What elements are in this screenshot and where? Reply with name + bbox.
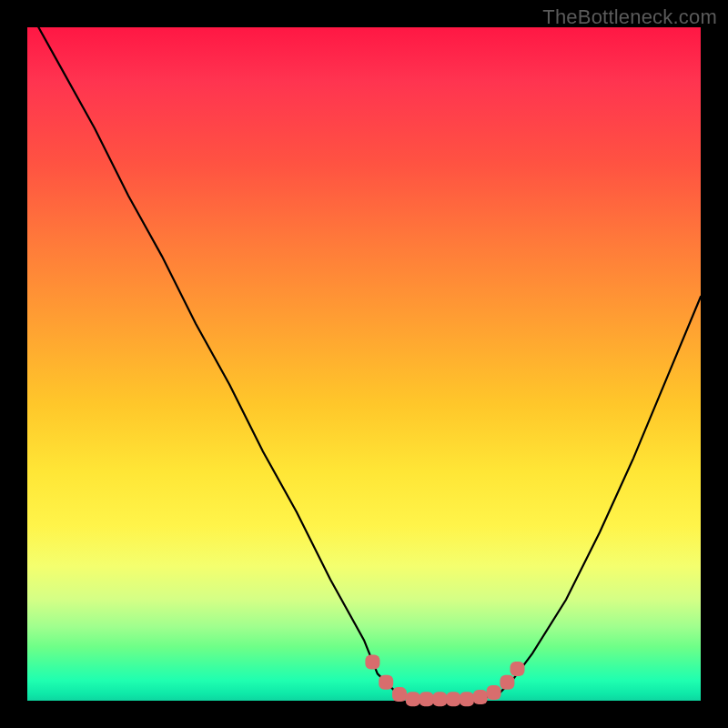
marker-point xyxy=(511,662,525,676)
marker-point xyxy=(365,655,379,670)
marker-point xyxy=(406,692,420,706)
marker-point xyxy=(460,692,474,706)
marker-point xyxy=(420,692,434,706)
marker-point xyxy=(432,692,447,706)
chart-container: TheBottleneck.com xyxy=(0,0,728,728)
marker-point xyxy=(487,685,501,700)
plot-area xyxy=(27,27,701,701)
watermark-text: TheBottleneck.com xyxy=(542,5,717,29)
series-line xyxy=(27,7,701,701)
marker-point xyxy=(500,675,514,690)
marker-point xyxy=(379,675,393,690)
marker-point xyxy=(446,692,460,706)
marker-point xyxy=(392,687,407,702)
marker-point xyxy=(473,690,488,704)
marker-group xyxy=(365,655,524,707)
chart-svg xyxy=(27,27,701,701)
